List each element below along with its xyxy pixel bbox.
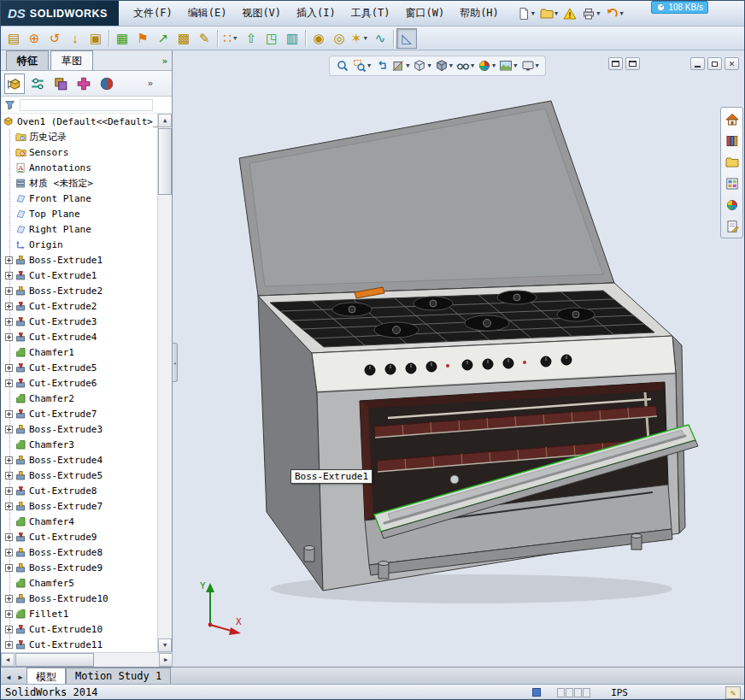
feature-tree-item[interactable]: Chamfer2: [1, 391, 158, 406]
configurationmanager-tab[interactable]: [50, 74, 71, 94]
expand-plus-icon[interactable]: [5, 472, 13, 479]
screen-capture-button[interactable]: ▤: [3, 28, 24, 49]
feature-tree-item[interactable]: Cut-Extrude11: [1, 637, 158, 652]
scroll-up-icon[interactable]: ▲: [158, 114, 172, 127]
propertymanager-tab[interactable]: [27, 74, 48, 94]
feature-tree-item[interactable]: Cut-Extrude10: [1, 621, 158, 637]
new-document-button[interactable]: ▼: [515, 3, 537, 24]
tab-sketch[interactable]: 草图: [50, 50, 93, 70]
close-icon[interactable]: ✕: [724, 57, 739, 70]
feature-tree-item[interactable]: Cut-Extrude2: [1, 298, 158, 314]
expand-plus-icon[interactable]: [5, 272, 13, 279]
dropdown-arrow-icon[interactable]: ▼: [367, 62, 371, 69]
rebuild-warning-button[interactable]: [561, 3, 578, 24]
dropdown-arrow-icon[interactable]: ▼: [427, 62, 431, 69]
save-archive-button[interactable]: ↓: [65, 28, 85, 49]
vertical-scroll-thumb[interactable]: [158, 128, 172, 195]
expand-plus-icon[interactable]: [5, 456, 13, 464]
feature-tree-item[interactable]: Boss-Extrude1: [1, 252, 158, 268]
view-settings-button[interactable]: ▼: [520, 57, 540, 74]
menu-tools[interactable]: 工具(T): [343, 3, 398, 23]
expand-plus-icon[interactable]: [5, 426, 13, 433]
tree-horizontal-scrollbar[interactable]: ◀ ▶: [1, 652, 173, 667]
graphics-viewport[interactable]: ▼▼▼▼▼ ▼▼▼ ✕ Boss-Extrude1 Y X: [173, 50, 745, 667]
dropdown-arrow-icon[interactable]: ▼: [449, 62, 453, 69]
dimxpertmanager-tab[interactable]: [73, 74, 94, 94]
instant3d-button[interactable]: ⇧: [241, 28, 261, 49]
commandmanager-pin-icon[interactable]: »: [161, 56, 167, 67]
expand-plus-icon[interactable]: [5, 303, 13, 310]
feature-tree-item[interactable]: Boss-Extrude3: [1, 421, 158, 437]
panel-splitter-handle[interactable]: ◂: [173, 343, 178, 382]
expand-plus-icon[interactable]: [5, 610, 13, 618]
display-style-button[interactable]: ▼: [434, 57, 454, 74]
pattern-tool-button[interactable]: ∷▼: [220, 28, 241, 49]
expand-plus-icon[interactable]: [5, 641, 13, 649]
layers-button[interactable]: ▥: [282, 28, 302, 49]
feature-tree-item[interactable]: Cut-Extrude5: [1, 360, 158, 375]
menu-view[interactable]: 视图(V): [234, 3, 289, 23]
expand-plus-icon[interactable]: [5, 256, 13, 264]
feature-tree-item[interactable]: 历史记录: [1, 129, 158, 144]
featuremanager-tree-tab[interactable]: [4, 74, 25, 94]
zoom-area-button[interactable]: ▼: [352, 57, 372, 74]
print-button[interactable]: ▼: [580, 3, 601, 24]
solidworks-resources-button[interactable]: [723, 110, 741, 128]
expand-plus-icon[interactable]: [5, 410, 13, 418]
feature-tree-item[interactable]: Boss-Extrude2: [1, 283, 158, 298]
pan-view-button[interactable]: ⊕: [24, 28, 44, 49]
expand-plus-icon[interactable]: [5, 364, 13, 372]
apply-scene-button[interactable]: ▼: [498, 57, 518, 74]
feature-tree-item[interactable]: Cut-Extrude9: [1, 529, 158, 544]
feature-tree-item[interactable]: Front Plane: [1, 191, 158, 206]
custom-properties-button[interactable]: [723, 217, 741, 235]
feature-tree-item[interactable]: Fillet1: [1, 606, 158, 621]
menu-insert[interactable]: 插入(I): [289, 3, 343, 23]
tile-window-icon[interactable]: [608, 57, 623, 70]
expand-plus-icon[interactable]: [5, 564, 13, 572]
hide-show-items-button[interactable]: ▼: [455, 57, 475, 74]
expand-plus-icon[interactable]: [5, 533, 13, 541]
view-orientation-button[interactable]: ▼: [412, 57, 431, 74]
magic-tool-button[interactable]: ✶▼: [349, 28, 370, 49]
file-explorer-button[interactable]: [723, 153, 741, 171]
unit-coin-button[interactable]: ◉: [308, 28, 329, 49]
expand-plus-icon[interactable]: [5, 333, 13, 341]
edit-sketch-button[interactable]: ✎: [194, 28, 214, 49]
expand-plus-icon[interactable]: [5, 595, 13, 603]
restore-icon[interactable]: [707, 57, 722, 70]
feature-tree-item[interactable]: Cut-Extrude4: [1, 329, 158, 344]
section-view-button[interactable]: ▼: [390, 57, 410, 74]
horizontal-scroll-thumb[interactable]: [15, 653, 94, 667]
displaymanager-tab[interactable]: [97, 74, 117, 94]
scroll-down-icon[interactable]: ▼: [158, 638, 172, 652]
feature-tree-item[interactable]: Cut-Extrude3: [1, 314, 158, 329]
minimize-icon[interactable]: [690, 57, 705, 70]
design-library-button[interactable]: [723, 132, 741, 150]
menu-help[interactable]: 帮助(H): [452, 3, 507, 23]
feature-tree-item[interactable]: Boss-Extrude10: [1, 591, 158, 606]
tab-scroll-right-icon[interactable]: ▶: [15, 670, 26, 684]
cascade-window-icon[interactable]: [625, 57, 640, 70]
expand-plus-icon[interactable]: [5, 287, 13, 295]
expand-plus-icon[interactable]: [5, 379, 13, 387]
previous-view-button[interactable]: [373, 57, 389, 74]
menu-edit[interactable]: 编辑(E): [180, 3, 235, 23]
copy-settings-button[interactable]: ▣: [85, 28, 106, 49]
dropdown-arrow-icon[interactable]: ▼: [471, 62, 474, 69]
feature-tree-item[interactable]: Chamfer4: [1, 514, 158, 529]
menu-window[interactable]: 窗口(W): [397, 3, 452, 23]
feature-tree-item[interactable]: 材质 <未指定>: [1, 175, 158, 191]
expand-plus-icon[interactable]: [5, 487, 13, 495]
dropdown-arrow-icon[interactable]: ▼: [619, 10, 623, 17]
feature-tree-item[interactable]: Cut-Extrude6: [1, 375, 158, 391]
design-binder-button[interactable]: ⚑: [132, 28, 153, 49]
dropdown-arrow-icon[interactable]: ▼: [596, 10, 600, 17]
zoom-fit-button[interactable]: [335, 57, 350, 74]
measure-button[interactable]: ◺: [396, 28, 417, 49]
feature-tree-item[interactable]: Cut-Extrude1: [1, 268, 158, 283]
edit-appearance-button[interactable]: ▼: [477, 57, 496, 74]
feature-tree-item[interactable]: Sensors: [1, 144, 158, 160]
box-select-button[interactable]: ◳: [261, 28, 282, 49]
tab-motion-study[interactable]: Motion Study 1: [66, 668, 171, 684]
